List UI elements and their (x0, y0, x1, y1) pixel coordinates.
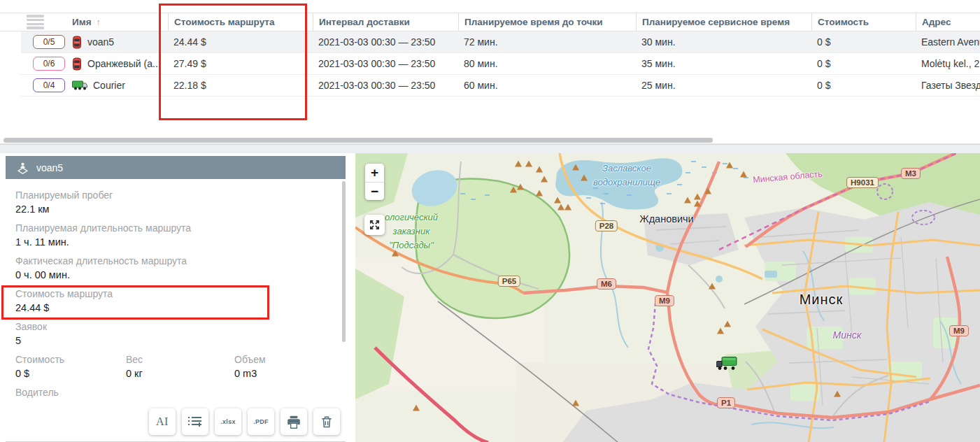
cell-time_to_point: 72 мин. (458, 31, 636, 52)
export-pdf-button[interactable]: .PDF (248, 408, 274, 435)
field-value: 0 ч. 00 мин. (15, 268, 336, 283)
column-header-route_cost[interactable]: Стоимость маршрута (168, 13, 313, 31)
cell-service_time: 30 мин. (636, 31, 811, 52)
route-detail-panel: voan5 Планируемый пробег22.1 кмПланируем… (6, 156, 346, 442)
table-row[interactable]: 0/6Оранжевый (а...27.49 $2021-03-03 00:3… (21, 53, 980, 75)
trash-icon (320, 415, 334, 429)
expand-icon (369, 219, 381, 231)
cell-interval: 2021-03-03 00:30 — 23:50 (313, 75, 458, 96)
add-to-list-button[interactable] (182, 408, 208, 435)
map-zoom-control: + − (365, 164, 384, 200)
panel-field: Планируемая длительность маршрута1 ч. 11… (6, 219, 346, 252)
cell-service_time: 35 мин. (636, 53, 811, 74)
road-badge-h9031: H9031 (846, 177, 879, 188)
delete-button[interactable] (313, 408, 340, 435)
panel-stat: Стоимость0 $ (15, 352, 126, 381)
road-badge-p28: P28 (595, 220, 618, 231)
stat-value: 0 m3 (234, 366, 336, 381)
poi-triangle-icon (581, 175, 588, 181)
load-count-badge[interactable]: 0/6 (33, 57, 65, 71)
poi-triangle-icon (413, 405, 420, 411)
panel-stat: Вес0 кг (126, 352, 234, 381)
map-canvas[interactable]: ЗаславскоеводохранилищеМинская областьЖд… (355, 153, 980, 442)
cell-time_to_point: 80 мин. (458, 53, 636, 74)
map-label-reserve: ологическийзаказник"Подсады" (385, 211, 438, 252)
field-label: Планируемый пробег (15, 188, 336, 202)
column-header-address[interactable]: Адрес (916, 13, 980, 31)
column-header-interval[interactable]: Интервал доставки (313, 13, 458, 31)
column-header-cost[interactable]: Стоимость (811, 13, 916, 31)
road-badge-m3: M3 (901, 168, 921, 179)
field-value: 24.44 $ (15, 301, 336, 315)
cell-cost: 0 $ (811, 53, 916, 74)
export-xlsx-button[interactable]: .xlsx (215, 408, 241, 435)
table-row[interactable]: 0/5voan524.44 $2021-03-03 00:30 — 23:507… (21, 31, 980, 53)
route-planning-app: Имя↑Стоимость маршрутаИнтервал доставкиП… (0, 0, 980, 442)
map-label-region: Минская область (752, 167, 823, 187)
poi-triangle-icon (572, 400, 579, 406)
panel-field: Заявок5 (6, 318, 346, 350)
poi-triangle-icon (684, 197, 691, 204)
poi-triangle-icon (694, 201, 701, 207)
zoom-out-button[interactable]: − (365, 182, 384, 200)
print-button[interactable] (280, 408, 307, 435)
poi-triangle-icon (572, 164, 579, 171)
panel-header: voan5 (6, 156, 346, 179)
column-header-select[interactable] (21, 13, 66, 31)
road-badge-m9: M9 (949, 325, 969, 336)
poi-triangle-icon (541, 176, 548, 183)
table-body: 0/5voan524.44 $2021-03-03 00:30 — 23:507… (0, 31, 980, 97)
rename-button[interactable]: AI (149, 408, 176, 435)
column-header-time_to_point[interactable]: Планируемое время до точки (458, 13, 636, 31)
horizontal-scrollbar[interactable] (3, 138, 713, 143)
poi-triangle-icon (717, 328, 724, 334)
poi-triangle-icon (740, 171, 747, 178)
poi-triangle-icon (536, 190, 543, 197)
cell-name: Courier (66, 75, 168, 96)
field-label-driver: Водитель (15, 385, 336, 399)
load-count-badge[interactable]: 0/5 (33, 35, 65, 49)
printer-icon (286, 415, 301, 429)
panel-vertical-scrollbar[interactable] (342, 181, 346, 342)
vehicles-table: Имя↑Стоимость маршрутаИнтервал доставкиП… (0, 13, 980, 97)
stat-label: Объем (234, 352, 336, 366)
cell-select: 0/4 (21, 75, 66, 96)
poi-triangle-icon (515, 161, 522, 167)
sort-ascending-icon: ↑ (97, 17, 101, 27)
vehicle-icon-red-car (72, 57, 82, 71)
load-count-badge[interactable]: 0/4 (33, 78, 65, 92)
stat-label: Стоимость (15, 352, 126, 366)
map-label-water: Заславскоеводохранилище (593, 162, 660, 190)
split-divider[interactable] (0, 144, 980, 153)
cell-interval: 2021-03-03 00:30 — 23:50 (313, 31, 458, 52)
stat-label: Вес (126, 352, 234, 366)
cell-time_to_point: 60 мин. (458, 75, 636, 96)
field-label: Стоимость маршрута (15, 287, 336, 301)
vehicle-marker-truck[interactable] (716, 356, 737, 373)
list-view-icon (27, 13, 44, 31)
cell-route_cost: 27.49 $ (168, 53, 313, 74)
column-header-service_time[interactable]: Планируемое сервисное время (636, 13, 811, 31)
poi-triangle-icon (517, 184, 524, 190)
cell-route_cost: 22.18 $ (168, 75, 313, 96)
road-badge-p1: P1 (717, 397, 735, 408)
cell-select: 0/5 (21, 31, 66, 52)
poi-triangle-icon (525, 161, 532, 167)
zoom-in-button[interactable]: + (365, 164, 384, 182)
map-label-river: Минск (833, 328, 862, 342)
poi-triangle-icon (558, 204, 564, 211)
poi-triangle-icon (510, 187, 517, 193)
cell-service_time: 25 мин. (636, 75, 811, 96)
cell-interval: 2021-03-03 00:30 — 23:50 (313, 53, 458, 74)
cell-cost: 0 $ (811, 31, 916, 52)
column-header-name[interactable]: Имя↑ (66, 13, 168, 31)
poi-triangle-icon (724, 321, 731, 327)
cell-name: voan5 (66, 31, 168, 52)
fullscreen-button[interactable] (364, 215, 385, 235)
cell-address: Газеты Звезд (916, 75, 980, 96)
field-label: Фактическая длительность маршрута (15, 254, 336, 268)
table-row[interactable]: 0/4Courier22.18 $2021-03-03 00:30 — 23:5… (21, 75, 980, 97)
cell-cost: 0 $ (811, 75, 916, 96)
field-value: 1 ч. 11 мин. (15, 235, 336, 250)
map-label-town: Ждановичи (639, 212, 693, 226)
